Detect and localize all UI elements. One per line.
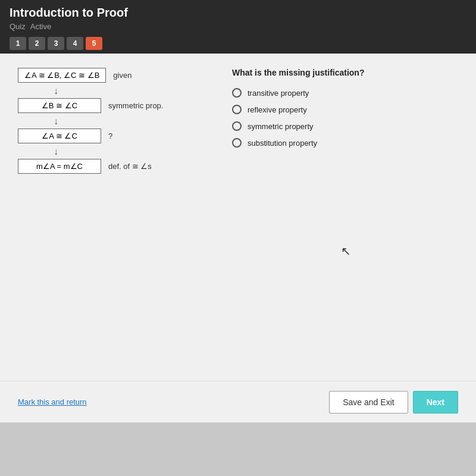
statement-4: m∠A = m∠C [18, 159, 101, 174]
quiz-status: Quiz Active [10, 22, 466, 37]
quiz-label: Quiz [10, 22, 26, 31]
statement-2: ∠B ≅ ∠C [18, 98, 101, 113]
question-text: What is the missing justification? [232, 68, 458, 77]
option-row-1[interactable]: reflexive property [232, 105, 458, 114]
radio-0[interactable] [232, 88, 242, 98]
proof-row-4: m∠A = m∠C def. of ≅ ∠s [18, 159, 208, 174]
mark-return-link[interactable]: Mark this and return [18, 397, 87, 406]
content-area: ∠A ≅ ∠B, ∠C ≅ ∠B given ↓ ∠B ≅ ∠C symmetr… [18, 68, 458, 177]
bottom-buttons: Save and Exit Next [329, 391, 458, 414]
radio-3[interactable] [232, 138, 242, 148]
option-label-3: substitution property [248, 139, 317, 148]
app-title: Introduction to Proof [10, 6, 466, 22]
option-label-0: transitive property [248, 89, 309, 98]
statement-3: ∠A ≅ ∠C [18, 129, 101, 143]
arrow-3: ↓ [18, 147, 208, 156]
reason-3: ? [108, 131, 112, 140]
option-row-0[interactable]: transitive property [232, 88, 458, 98]
next-button[interactable]: Next [413, 391, 458, 414]
proof-row-1: ∠A ≅ ∠B, ∠C ≅ ∠B given [18, 68, 208, 83]
question-tabs: 1 2 3 4 5 [10, 37, 466, 50]
radio-2[interactable] [232, 121, 242, 131]
proof-row-3: ∠A ≅ ∠C ? [18, 129, 208, 143]
tab-2[interactable]: 2 [29, 37, 45, 50]
statement-1: ∠A ≅ ∠B, ∠C ≅ ∠B [18, 68, 106, 83]
main-content: ∠A ≅ ∠B, ∠C ≅ ∠B given ↓ ∠B ≅ ∠C symmetr… [0, 54, 476, 422]
tab-5[interactable]: 5 [86, 37, 102, 50]
active-label: Active [30, 22, 51, 31]
proof-row-2: ∠B ≅ ∠C symmetric prop. [18, 98, 208, 113]
bottom-bar: Mark this and return Save and Exit Next [0, 381, 476, 422]
save-exit-button[interactable]: Save and Exit [329, 391, 408, 414]
top-bar: Introduction to Proof Quiz Active 1 2 3 … [0, 0, 476, 54]
reason-2: symmetric prop. [108, 101, 163, 110]
reason-1: given [113, 71, 131, 80]
question-section: What is the missing justification? trans… [232, 68, 458, 177]
arrow-2: ↓ [18, 117, 208, 126]
cursor-icon: ↖ [341, 244, 351, 258]
tab-1[interactable]: 1 [10, 37, 26, 50]
arrow-1: ↓ [18, 86, 208, 96]
option-row-2[interactable]: symmetric property [232, 121, 458, 131]
radio-1[interactable] [232, 105, 242, 114]
option-label-1: reflexive property [248, 105, 307, 114]
tab-3[interactable]: 3 [48, 37, 64, 50]
option-label-2: symmetric property [248, 122, 314, 131]
option-row-3[interactable]: substitution property [232, 138, 458, 148]
reason-4: def. of ≅ ∠s [108, 162, 152, 171]
tab-4[interactable]: 4 [67, 37, 83, 50]
proof-section: ∠A ≅ ∠B, ∠C ≅ ∠B given ↓ ∠B ≅ ∠C symmetr… [18, 68, 208, 177]
